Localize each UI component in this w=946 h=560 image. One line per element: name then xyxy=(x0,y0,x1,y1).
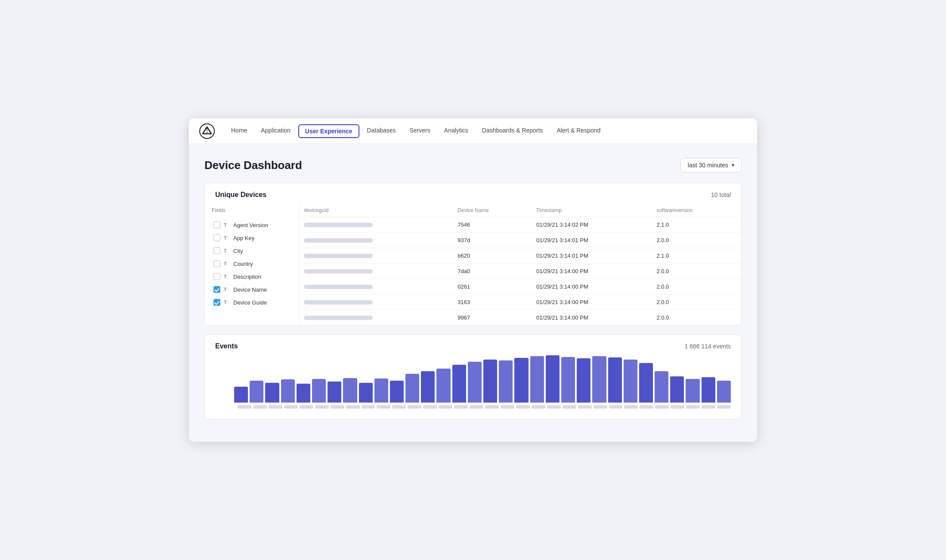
cell-guid xyxy=(300,233,453,248)
chart-bar xyxy=(655,371,668,403)
x-tick xyxy=(702,405,715,409)
time-filter-dropdown[interactable]: last 30 minutes ▾ xyxy=(680,158,742,172)
field-checkbox[interactable] xyxy=(213,222,220,228)
cell-guid xyxy=(300,264,453,279)
field-label: Country xyxy=(233,261,253,267)
chart-bar xyxy=(421,371,435,403)
x-tick xyxy=(392,405,406,409)
cell-guid xyxy=(300,217,453,233)
cell-software-version: 2.0.0 xyxy=(652,295,741,310)
col-softwareversion: softwareversion xyxy=(652,204,741,217)
devices-table: deviceguid Device Name Timestamp softwar… xyxy=(300,204,741,325)
x-tick xyxy=(238,405,251,409)
cell-device-name: 0261 xyxy=(453,279,532,295)
nav-item-dashboards-and-reports[interactable]: Dashboards & Reports xyxy=(476,124,549,138)
chart-bar xyxy=(234,387,248,403)
x-tick xyxy=(269,405,282,409)
nav-item-application[interactable]: Application xyxy=(255,124,297,138)
field-label: Description xyxy=(233,274,261,280)
chart-bar xyxy=(328,382,341,403)
field-type-icon: T xyxy=(224,222,230,228)
x-tick xyxy=(655,405,669,409)
cell-device-name: 937d xyxy=(453,233,532,248)
field-item[interactable]: TApp Key xyxy=(212,231,292,244)
chart-container xyxy=(215,355,731,403)
field-item[interactable]: TDevice Guide xyxy=(212,296,292,309)
x-tick xyxy=(470,405,483,409)
cell-guid xyxy=(300,248,453,264)
chart-bar xyxy=(546,355,560,403)
field-checkbox[interactable] xyxy=(213,299,220,306)
field-label: Device Name xyxy=(233,286,267,293)
field-checkbox[interactable] xyxy=(213,260,220,267)
table-row: 7da001/29/21 3:14:00 PM2.0.0 xyxy=(300,264,741,279)
nav-item-servers[interactable]: Servers xyxy=(404,124,436,138)
cell-guid xyxy=(300,310,453,326)
time-filter-label: last 30 minutes xyxy=(688,162,728,169)
x-tick xyxy=(454,405,468,409)
unique-devices-card: Unique Devices 10 total Fields TAgent Ve… xyxy=(204,183,742,326)
col-timestamp: Timestamp xyxy=(532,204,652,217)
chart-bar xyxy=(577,358,590,403)
field-item[interactable]: TCity xyxy=(212,244,292,257)
cell-device-name: 3163 xyxy=(453,295,532,310)
field-label: City xyxy=(233,248,243,254)
x-tick xyxy=(485,405,499,409)
cell-timestamp: 01/29/21 3:14:00 PM xyxy=(532,279,652,295)
cell-timestamp: 01/29/21 3:14:01 PM xyxy=(532,233,652,248)
events-header: Events 1 666 114 events xyxy=(205,335,741,355)
table-row: 316301/29/21 3:14:00 PM2.0.0 xyxy=(300,295,741,310)
field-type-icon: T xyxy=(224,274,230,279)
cell-device-name: 7546 xyxy=(453,217,532,233)
nav-item-analytics[interactable]: Analytics xyxy=(438,124,474,138)
field-checkbox[interactable] xyxy=(213,234,220,241)
data-table-column: deviceguid Device Name Timestamp softwar… xyxy=(300,204,741,325)
x-tick xyxy=(315,405,329,409)
main-content: Device Dashboard last 30 minutes ▾ Uniqu… xyxy=(189,144,757,442)
chart-bar xyxy=(670,376,684,403)
col-deviceguid: deviceguid xyxy=(300,204,453,217)
unique-devices-table-section: Fields TAgent VersionTApp KeyTCityTCount… xyxy=(205,204,741,325)
cell-software-version: 2.1.0 xyxy=(652,248,741,264)
field-item[interactable]: TAgent Version xyxy=(212,218,292,231)
page-title: Device Dashboard xyxy=(204,159,302,172)
x-tick xyxy=(377,405,390,409)
cell-guid xyxy=(300,279,453,295)
chart-bar xyxy=(374,378,388,403)
nav-item-alert-and-respond[interactable]: Alert & Respond xyxy=(550,124,606,138)
field-type-icon: T xyxy=(224,235,230,240)
chart-bar xyxy=(436,369,450,403)
chart-bar xyxy=(359,383,373,403)
field-checkbox[interactable] xyxy=(213,286,220,293)
chart-bar xyxy=(281,379,295,403)
x-tick xyxy=(563,405,576,409)
field-item[interactable]: TDevice Name xyxy=(212,283,292,296)
nav-item-user-experience[interactable]: User Experience xyxy=(298,124,359,138)
app-logo[interactable] xyxy=(199,123,215,139)
x-axis-ticks xyxy=(238,405,731,409)
chart-bar xyxy=(608,357,622,403)
nav-item-home[interactable]: Home xyxy=(225,124,253,138)
chart-bar xyxy=(717,381,731,403)
events-card: Events 1 666 114 events xyxy=(204,334,742,419)
cell-software-version: 2.0.0 xyxy=(652,233,741,248)
devices-table-body: 754601/29/21 3:14:02 PM2.1.0937d01/29/21… xyxy=(300,217,741,326)
chart-bar xyxy=(405,374,419,403)
field-checkbox[interactable] xyxy=(213,273,220,280)
events-badge: 1 666 114 events xyxy=(685,343,731,350)
chart-bar xyxy=(702,377,715,403)
x-tick xyxy=(331,405,344,409)
field-checkbox[interactable] xyxy=(213,247,220,254)
cell-timestamp: 01/29/21 3:14:02 PM xyxy=(532,217,652,233)
field-type-icon: T xyxy=(224,287,230,292)
cell-device-name: b620 xyxy=(453,248,532,264)
field-item[interactable]: TCountry xyxy=(212,257,292,270)
field-type-icon: T xyxy=(224,248,230,253)
unique-devices-title: Unique Devices xyxy=(215,191,266,199)
chart-bar xyxy=(624,360,637,403)
field-item[interactable]: TDescription xyxy=(212,270,292,283)
chart-bar xyxy=(686,379,699,403)
x-tick xyxy=(532,405,545,409)
nav-item-databases[interactable]: Databases xyxy=(361,124,402,138)
events-title: Events xyxy=(215,342,238,350)
